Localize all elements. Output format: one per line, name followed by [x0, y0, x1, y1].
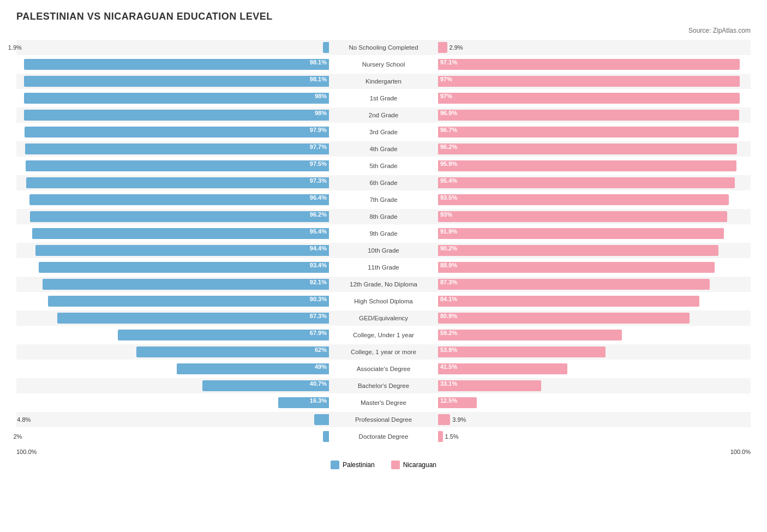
- center-label: Kindergarten: [329, 78, 438, 85]
- left-section: 98.1%: [16, 57, 329, 72]
- bar-left: 62%: [136, 346, 329, 357]
- bar-row: 97.5% 5th Grade 95.9%: [16, 158, 751, 174]
- center-label: 4th Grade: [329, 146, 438, 152]
- right-value: 2.9%: [450, 44, 463, 51]
- right-value: 97%: [440, 93, 452, 99]
- center-label: 9th Grade: [329, 230, 438, 237]
- left-section: 95.4%: [16, 226, 329, 241]
- bar-row: 98.1% Kindergarten 97%: [16, 74, 751, 89]
- bar-right: 87.3%: [438, 279, 710, 290]
- right-section: 53.9%: [438, 344, 751, 360]
- bar-row: 67.9% College, Under 1 year 59.2%: [16, 327, 751, 343]
- bar-right: 96.9%: [438, 110, 739, 121]
- bar-left: 96.2%: [30, 211, 329, 222]
- left-section: 97.9%: [16, 124, 329, 140]
- center-label: Professional Degree: [329, 416, 438, 423]
- right-section: 84.1%: [438, 294, 751, 309]
- center-label: No Schooling Completed: [329, 44, 438, 51]
- bar-row: 97.9% 3rd Grade 96.7%: [16, 124, 751, 140]
- bar-left: [323, 431, 329, 442]
- left-value: 97.7%: [310, 144, 327, 150]
- left-value: 49%: [315, 363, 327, 370]
- center-label: Doctorate Degree: [329, 433, 438, 440]
- footer-left: 100.0%: [16, 449, 37, 455]
- bar-right: 33.1%: [438, 380, 541, 391]
- left-value: 97.9%: [310, 127, 327, 133]
- left-section: 2%: [16, 429, 329, 444]
- bar-row: 97.7% 4th Grade 96.2%: [16, 141, 751, 157]
- bar-left: 16.3%: [278, 397, 329, 408]
- bar-row: 92.1% 12th Grade, No Diploma 87.3%: [16, 277, 751, 292]
- bar-right: 93%: [438, 211, 727, 222]
- left-value: 40.7%: [310, 380, 327, 387]
- footer: 100.0% 100.0%: [16, 449, 751, 455]
- right-section: 2.9%: [438, 40, 751, 55]
- bar-left: 92.1%: [43, 279, 329, 290]
- right-section: 90.2%: [438, 243, 751, 258]
- footer-right: 100.0%: [730, 449, 751, 455]
- bar-left: 98.1%: [24, 76, 329, 87]
- left-section: 62%: [16, 344, 329, 360]
- bar-right: [438, 414, 450, 425]
- right-value: 96.2%: [440, 144, 457, 150]
- bar-right: 84.1%: [438, 296, 699, 307]
- right-value: 3.9%: [452, 416, 466, 423]
- center-label: 2nd Grade: [329, 112, 438, 118]
- legend: Palestinian Nicaraguan: [16, 461, 751, 469]
- bar-left: 97.3%: [26, 177, 329, 188]
- left-value: 94.4%: [310, 245, 327, 252]
- left-value: 95.4%: [310, 228, 327, 235]
- left-value: 2%: [14, 433, 22, 440]
- bar-right: 88.9%: [438, 262, 715, 273]
- bar-row: 97.3% 6th Grade 95.4%: [16, 175, 751, 190]
- bar-right: 96.7%: [438, 127, 739, 138]
- left-section: 49%: [16, 361, 329, 376]
- bar-row: 40.7% Bachelor's Degree 33.1%: [16, 378, 751, 393]
- right-value: 84.1%: [440, 296, 457, 302]
- left-section: 96.4%: [16, 192, 329, 207]
- bar-left: 90.3%: [48, 296, 329, 307]
- right-section: 41.5%: [438, 361, 751, 376]
- center-label: 12th Grade, No Diploma: [329, 281, 438, 288]
- center-label: 11th Grade: [329, 264, 438, 271]
- bar-left: 97.9%: [25, 127, 329, 138]
- bar-right: [438, 431, 443, 442]
- bar-right: 97%: [438, 93, 740, 104]
- bar-right: 95.9%: [438, 160, 736, 171]
- center-label: 3rd Grade: [329, 129, 438, 135]
- bar-left: 97.5%: [26, 160, 329, 171]
- chart-title: PALESTINIAN VS NICARAGUAN EDUCATION LEVE…: [16, 11, 751, 22]
- bar-left: 40.7%: [202, 380, 329, 391]
- bar-right: 41.5%: [438, 363, 567, 374]
- center-label: Master's Degree: [329, 399, 438, 406]
- left-value: 98%: [315, 93, 327, 99]
- bar-left: 93.4%: [39, 262, 329, 273]
- bar-row: 4.8% Professional Degree 3.9%: [16, 412, 751, 427]
- right-section: 93%: [438, 209, 751, 224]
- center-label: 7th Grade: [329, 196, 438, 203]
- bar-right: 95.4%: [438, 177, 735, 188]
- bar-left: 95.4%: [32, 228, 329, 239]
- left-value: 1.9%: [8, 44, 22, 51]
- left-value: 87.3%: [310, 313, 327, 319]
- left-section: 97.7%: [16, 141, 329, 157]
- legend-box-nicaraguan: [391, 461, 400, 469]
- right-section: 97%: [438, 91, 751, 106]
- legend-item-nicaraguan: Nicaraguan: [391, 461, 436, 469]
- right-value: 91.9%: [440, 228, 457, 235]
- bar-row: 90.3% High School Diploma 84.1%: [16, 294, 751, 309]
- bar-right: 90.2%: [438, 245, 718, 256]
- right-value: 90.2%: [440, 245, 457, 252]
- right-value: 41.5%: [440, 363, 457, 370]
- right-value: 95.9%: [440, 160, 457, 167]
- center-label: College, Under 1 year: [329, 332, 438, 338]
- right-value: 97%: [440, 76, 452, 82]
- bar-right: 53.9%: [438, 346, 606, 357]
- legend-box-palestinian: [331, 461, 339, 469]
- center-label: 8th Grade: [329, 213, 438, 220]
- bar-left: [323, 42, 329, 53]
- center-label: 6th Grade: [329, 180, 438, 186]
- bar-left: 97.7%: [25, 144, 329, 154]
- left-value: 4.8%: [17, 416, 31, 423]
- left-section: 16.3%: [16, 395, 329, 410]
